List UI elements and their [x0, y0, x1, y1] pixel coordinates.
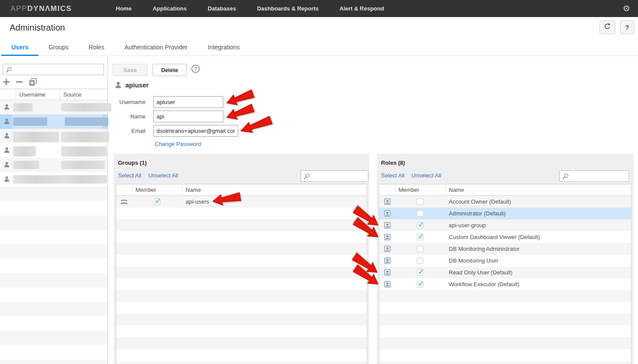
username-field[interactable] [153, 96, 223, 108]
groups-unselect-all-link[interactable]: Unselect All [148, 172, 178, 179]
appdynamics-logo[interactable]: APPDYNΛMICS [10, 4, 72, 13]
role-row-workflow-executor[interactable]: Workflow Executor (Default) [379, 278, 631, 290]
tab-groups-label: Groups [49, 44, 69, 51]
roles-col-icon [379, 184, 395, 195]
user-icon [3, 176, 10, 182]
help-button[interactable]: ? [620, 21, 634, 34]
role-row-administrator[interactable]: Administrator (Default) [379, 208, 631, 219]
page-title: Administration [10, 23, 65, 33]
role-row-custom-dashboard-viewer[interactable]: Custom Dashboard Viewer (Default) [379, 231, 631, 243]
user-icon [114, 81, 122, 89]
user-row-selected[interactable] [0, 114, 107, 129]
redacted-username [13, 118, 47, 126]
search-icon [6, 66, 12, 73]
refresh-button[interactable] [600, 21, 615, 34]
user-row[interactable] [0, 143, 107, 158]
role-icon [384, 222, 391, 229]
user-row[interactable] [0, 172, 107, 187]
role-icon [384, 246, 391, 252]
group-member-checkbox[interactable] [154, 198, 160, 205]
roles-panel-links: Select All Unselect All [381, 172, 441, 179]
duplicate-user-icon[interactable] [29, 78, 37, 86]
role-member-checkbox[interactable] [417, 198, 423, 205]
user-icon [3, 118, 10, 125]
user-row[interactable] [0, 158, 107, 172]
redacted-username [13, 103, 33, 111]
nav-databases[interactable]: Databases [208, 5, 236, 12]
tab-groups[interactable]: Groups [38, 40, 79, 55]
users-col-source: Source [60, 89, 107, 100]
redacted-username [13, 175, 66, 184]
redacted-username [13, 146, 36, 156]
gear-icon[interactable]: ⚙ [623, 3, 630, 14]
roles-search-box [559, 170, 629, 182]
role-member-checkbox[interactable] [417, 246, 423, 252]
role-member-checkbox[interactable] [417, 281, 423, 288]
group-icon [120, 199, 128, 205]
users-search-input[interactable] [12, 64, 104, 75]
role-name: Administrator (Default) [445, 210, 631, 217]
roles-select-all-link[interactable]: Select All [381, 172, 404, 179]
user-row[interactable] [0, 129, 107, 143]
role-member-checkbox[interactable] [417, 257, 423, 264]
groups-col-name: Name [182, 184, 367, 195]
tab-authentication-provider[interactable]: Authentication Provider [114, 40, 198, 55]
change-password-link[interactable]: Change Password [155, 141, 201, 147]
role-row-read-only-user[interactable]: Read Only User (Default) [379, 267, 631, 278]
nav-applications[interactable]: Applications [153, 5, 187, 12]
groups-search-input[interactable] [310, 171, 368, 181]
groups-panel-title: Groups (1) [118, 159, 147, 166]
nav-alert-respond[interactable]: Alert & Respond [340, 5, 384, 12]
role-member-checkbox[interactable] [417, 210, 423, 217]
role-member-checkbox[interactable] [417, 222, 423, 229]
roles-search-input[interactable] [569, 171, 629, 181]
tab-integrations-label: Integrations [208, 44, 239, 51]
role-row-db-monitoring-administrator[interactable]: DB Monitoring Administrator [379, 243, 631, 255]
role-icon [384, 257, 391, 264]
role-row-account-owner[interactable]: Account Owner (Default) [379, 196, 631, 208]
role-member-checkbox[interactable] [417, 269, 423, 276]
groups-select-all-link[interactable]: Select All [118, 172, 141, 179]
logo-app-text: APP [10, 4, 28, 13]
annotation-arrow-email-icon [238, 114, 274, 137]
user-row[interactable] [0, 100, 107, 114]
search-icon [304, 173, 310, 180]
users-col-username: Username [16, 89, 60, 100]
nav-dashboards-reports[interactable]: Dashboards & Reports [257, 5, 319, 12]
add-user-icon[interactable] [3, 78, 10, 86]
username-form-row: Username [113, 96, 223, 108]
tab-integrations[interactable]: Integrations [198, 40, 250, 55]
role-name: Account Owner (Default) [445, 198, 631, 205]
help-icon[interactable]: ? [191, 65, 200, 73]
remove-user-icon[interactable] [16, 78, 23, 86]
redacted-username [13, 161, 39, 169]
roles-unselect-all-link[interactable]: Unselect All [411, 172, 441, 179]
save-button[interactable]: Save [113, 64, 148, 76]
roles-panel-title: Roles (8) [381, 159, 405, 166]
users-table-header: Username Source [0, 89, 107, 100]
role-name: Read Only User (Default) [445, 269, 631, 276]
delete-button[interactable]: Delete [153, 64, 187, 76]
tab-bar: Users Groups Roles Authentication Provid… [0, 40, 638, 56]
user-detail-title: apiuser [125, 81, 149, 89]
nav-home[interactable]: Home [116, 5, 132, 12]
administration-page: APPDYNΛMICS Home Applications Databases … [0, 0, 638, 364]
email-field[interactable] [153, 125, 238, 137]
tab-roles-label: Roles [89, 44, 104, 51]
tab-authentication-provider-label: Authentication Provider [125, 44, 188, 51]
roles-empty-rows [379, 290, 631, 364]
group-name: api-users [182, 198, 367, 205]
role-member-checkbox[interactable] [417, 234, 423, 240]
redacted-username [13, 132, 59, 142]
tab-users[interactable]: Users [1, 40, 38, 55]
role-row-db-monitoring-user[interactable]: DB Monitoring User [379, 255, 631, 267]
groups-empty-rows [116, 208, 367, 364]
name-field[interactable] [153, 111, 223, 122]
roles-table-header: Member Name [379, 184, 631, 196]
group-row-api-users[interactable]: api-users [116, 196, 367, 208]
tab-roles[interactable]: Roles [79, 40, 114, 55]
users-list-panel: Username Source [0, 56, 108, 364]
groups-table-header: Member Name [116, 184, 367, 196]
role-row-api-user-group[interactable]: api-user-group [379, 219, 631, 231]
users-toolbar [3, 78, 37, 86]
